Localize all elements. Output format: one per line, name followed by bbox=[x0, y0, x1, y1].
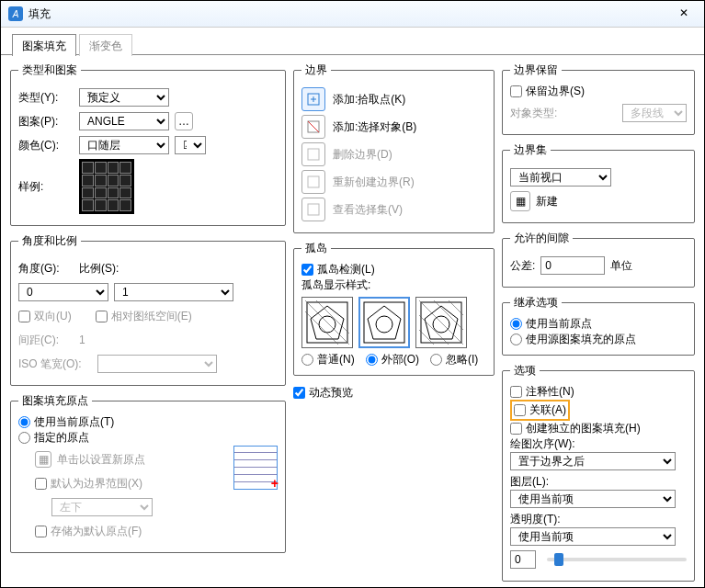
view-selection-icon bbox=[301, 198, 325, 221]
type-label: 类型(Y): bbox=[18, 90, 74, 106]
boundary-set-select[interactable]: 当前视口 bbox=[510, 168, 611, 187]
default-extent-select: 左下 bbox=[51, 498, 153, 516]
island-normal-label: 普通(N) bbox=[317, 352, 355, 368]
options-legend: 选项 bbox=[510, 363, 540, 379]
set-origin-icon: ▦ bbox=[35, 451, 51, 468]
color-label: 颜色(C): bbox=[18, 138, 74, 153]
island-outer-preview[interactable] bbox=[358, 297, 410, 348]
gap-tolerance-legend: 允许的间隙 bbox=[510, 231, 573, 246]
island-style-label: 孤岛显示样式: bbox=[301, 277, 486, 293]
island-detect-label: 孤岛检测(L) bbox=[317, 262, 375, 277]
scale-select[interactable]: 1 bbox=[114, 283, 233, 301]
object-type-select: 多段线 bbox=[622, 104, 687, 122]
iso-pen-label: ISO 笔宽(O): bbox=[18, 356, 92, 372]
islands-legend: 孤岛 bbox=[301, 241, 331, 256]
inherit-current-label: 使用当前原点 bbox=[526, 316, 592, 332]
recreate-boundary-icon bbox=[301, 170, 325, 194]
new-boundary-set-label[interactable]: 新建 bbox=[536, 194, 558, 209]
object-type-label: 对象类型: bbox=[510, 106, 557, 121]
close-button[interactable]: ✕ bbox=[671, 5, 697, 23]
bidirectional-label: 双向(U) bbox=[34, 309, 72, 324]
island-ignore-preview[interactable] bbox=[415, 297, 467, 348]
sample-label: 样例: bbox=[18, 179, 74, 195]
independent-hatch-checkbox[interactable] bbox=[510, 423, 522, 435]
inherit-current-radio[interactable] bbox=[510, 318, 522, 330]
recreate-boundary-label: 重新创建边界(R) bbox=[333, 175, 486, 190]
window-title: 填充 bbox=[28, 6, 51, 22]
scale-label: 比例(S): bbox=[79, 262, 119, 275]
island-ignore-label: 忽略(I) bbox=[446, 352, 478, 368]
associative-checkbox[interactable] bbox=[514, 404, 526, 416]
specify-origin-radio[interactable] bbox=[18, 432, 30, 444]
svg-point-13 bbox=[433, 316, 449, 333]
remove-boundary-icon bbox=[301, 142, 325, 166]
view-selection-label: 查看选择集(V) bbox=[333, 202, 486, 218]
tolerance-input[interactable] bbox=[540, 256, 605, 275]
pattern-browse-button[interactable]: … bbox=[175, 112, 193, 130]
hatch-origin-legend: 图案填充原点 bbox=[18, 393, 92, 409]
svg-rect-2 bbox=[308, 149, 319, 160]
tolerance-unit: 单位 bbox=[610, 258, 632, 274]
island-ignore-radio[interactable] bbox=[430, 354, 442, 366]
spacing-value: 1 bbox=[79, 334, 85, 346]
use-current-origin-radio[interactable] bbox=[18, 416, 30, 428]
independent-hatch-label: 创建独立的图案填充(H) bbox=[526, 421, 641, 436]
pattern-select[interactable]: ANGLE bbox=[79, 112, 169, 130]
inherit-options-legend: 继承选项 bbox=[510, 295, 562, 311]
pattern-label: 图案(P): bbox=[18, 114, 74, 130]
options-group: 选项 注释性(N) 关联(A) 创建独立的图案填充(H) 绘图次序(W): 置于… bbox=[502, 363, 695, 582]
island-outer-radio[interactable] bbox=[366, 354, 378, 366]
boundary-group: 边界 添加:拾取点(K) 添加:选择对象(B) 删除边界(D) 重新创建边界(R… bbox=[293, 62, 495, 233]
boundary-retain-group: 边界保留 保留边界(S) 对象类型:多段线 bbox=[502, 62, 695, 135]
inherit-source-radio[interactable] bbox=[510, 334, 522, 345]
island-normal-preview[interactable] bbox=[301, 297, 353, 348]
draw-order-select[interactable]: 置于边界之后 bbox=[510, 452, 676, 470]
type-pattern-legend: 类型和图案 bbox=[18, 62, 81, 78]
tab-pattern-fill[interactable]: 图案填充 bbox=[12, 34, 76, 56]
default-extent-checkbox bbox=[35, 478, 47, 490]
boundary-set-group: 边界集 当前视口 ▦新建 bbox=[502, 142, 695, 223]
new-boundary-set-icon[interactable]: ▦ bbox=[510, 191, 530, 211]
island-detect-checkbox[interactable] bbox=[301, 264, 313, 276]
default-extent-label: 默认为边界范围(X) bbox=[51, 476, 142, 492]
associative-label: 关联(A) bbox=[529, 402, 566, 418]
store-default-label: 存储为默认原点(F) bbox=[51, 524, 142, 539]
use-current-origin-label: 使用当前原点(T) bbox=[34, 414, 114, 430]
svg-point-7 bbox=[319, 316, 335, 333]
retain-boundary-checkbox[interactable] bbox=[510, 85, 522, 97]
retain-boundary-label: 保留边界(S) bbox=[526, 84, 585, 99]
layer-label: 图层(L): bbox=[510, 474, 687, 490]
angle-label: 角度(G): bbox=[18, 261, 74, 277]
type-select[interactable]: 预定义 bbox=[79, 88, 169, 107]
add-select-obj-icon[interactable] bbox=[301, 115, 325, 139]
tab-gradient[interactable]: 渐变色 bbox=[79, 34, 132, 56]
annotative-label: 注释性(N) bbox=[526, 384, 574, 400]
angle-scale-legend: 角度和比例 bbox=[18, 233, 81, 249]
angle-select[interactable]: 0 bbox=[18, 283, 108, 301]
app-icon: A bbox=[8, 6, 23, 21]
hatch-origin-group: 图案填充原点 使用当前原点(T) 指定的原点 ▦单击以设置新原点 默认为边界范围… bbox=[10, 393, 286, 553]
island-normal-radio[interactable] bbox=[301, 354, 313, 366]
draw-order-label: 绘图次序(W): bbox=[510, 436, 687, 452]
inherit-options-group: 继承选项 使用当前原点 使用源图案填充的原点 bbox=[502, 295, 695, 356]
bidirectional-checkbox bbox=[18, 311, 30, 322]
transparency-value-input[interactable] bbox=[510, 550, 536, 569]
add-pick-point-icon[interactable] bbox=[301, 87, 325, 111]
relative-paper-checkbox bbox=[96, 311, 108, 322]
transparency-select[interactable]: 使用当前项 bbox=[510, 527, 676, 546]
origin-preview bbox=[233, 446, 278, 490]
transparency-slider[interactable] bbox=[547, 558, 687, 561]
color-bg-select[interactable]: ☑ bbox=[175, 136, 206, 154]
dynamic-preview-checkbox[interactable] bbox=[293, 387, 305, 399]
add-select-obj-label[interactable]: 添加:选择对象(B) bbox=[333, 119, 486, 135]
click-set-origin-label: 单击以设置新原点 bbox=[57, 452, 145, 468]
islands-group: 孤岛 孤岛检测(L) 孤岛显示样式: 普通(N) 外部(O) 忽略(I) bbox=[293, 241, 495, 376]
relative-paper-label: 相对图纸空间(E) bbox=[111, 309, 192, 324]
annotative-checkbox[interactable] bbox=[510, 386, 522, 398]
svg-rect-4 bbox=[308, 204, 319, 215]
spacing-label: 间距(C): bbox=[18, 333, 74, 348]
pattern-sample[interactable] bbox=[79, 159, 134, 214]
add-pick-point-label[interactable]: 添加:拾取点(K) bbox=[333, 92, 486, 107]
layer-select[interactable]: 使用当前项 bbox=[510, 490, 676, 508]
color-select[interactable]: 口随层 bbox=[79, 136, 169, 154]
